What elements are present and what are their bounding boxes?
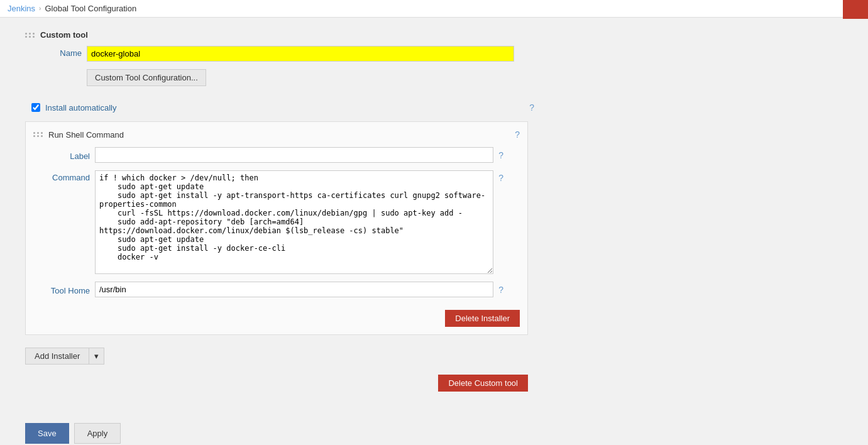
top-action-button[interactable] — [843, 0, 868, 19]
save-button[interactable]: Save — [25, 423, 69, 444]
delete-custom-tool-button[interactable]: Delete Custom tool — [438, 375, 528, 392]
install-auto-help-icon[interactable]: ? — [529, 102, 534, 113]
apply-button[interactable]: Apply — [74, 423, 121, 444]
subsection-drag-handle — [33, 132, 43, 137]
name-label: Name — [25, 46, 82, 58]
custom-tool-config-button[interactable]: Custom Tool Configuration... — [87, 69, 206, 86]
command-help-icon[interactable]: ? — [498, 173, 503, 183]
tool-home-help-icon[interactable]: ? — [498, 285, 503, 295]
breadcrumb-current: Global Tool Configuration — [45, 4, 136, 13]
section-drag-handle — [25, 33, 35, 38]
add-installer-dropdown-button[interactable]: ▾ — [89, 348, 104, 365]
name-input[interactable] — [87, 46, 514, 62]
delete-installer-button[interactable]: Delete Installer — [445, 310, 520, 327]
footer-buttons: Save Apply — [25, 423, 843, 444]
breadcrumb-separator: › — [39, 5, 41, 12]
tool-home-input[interactable] — [95, 282, 493, 297]
run-shell-header: Run Shell Command — [48, 130, 124, 140]
command-textarea[interactable]: if ! which docker > /dev/null; then sudo… — [95, 170, 493, 274]
label-field-label: Label — [33, 149, 90, 161]
install-auto-label: Install automatically — [45, 103, 116, 113]
install-auto-checkbox[interactable] — [31, 103, 40, 112]
breadcrumb: Jenkins › Global Tool Configuration — [0, 0, 868, 18]
tool-home-label: Tool Home — [33, 283, 90, 295]
add-installer-button[interactable]: Add Installer — [25, 348, 89, 365]
run-shell-help-icon[interactable]: ? — [515, 129, 520, 140]
label-input[interactable] — [95, 147, 493, 163]
label-help-icon[interactable]: ? — [498, 150, 503, 160]
command-label: Command — [33, 170, 90, 182]
breadcrumb-home-link[interactable]: Jenkins — [8, 4, 35, 13]
custom-tool-section-header: Custom tool — [40, 30, 88, 40]
